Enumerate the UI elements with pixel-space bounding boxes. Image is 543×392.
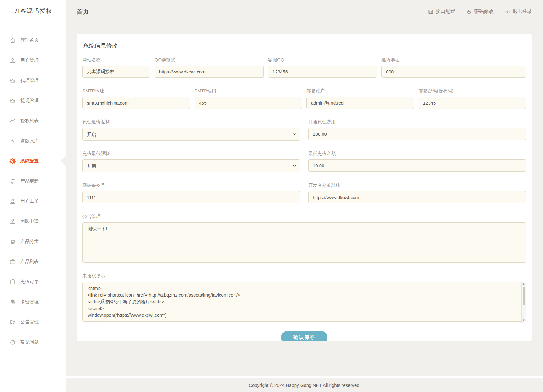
- copyright-text: Copyright © 2024.Happy Gong NET All righ…: [249, 383, 361, 388]
- sidebar-item-label: 充值订单: [20, 279, 39, 285]
- form-row-2: SMTP地址 SMTP端口 邮箱账户 邮箱密码(授权码): [82, 88, 526, 109]
- invite-address-input[interactable]: [381, 66, 526, 78]
- announcement-label: 公告管理: [82, 214, 526, 219]
- sidebar-item-label: 卡密管理: [20, 299, 39, 305]
- scroll-down-arrow[interactable]: ▼: [523, 318, 525, 323]
- field-invite-address: 邀请地址: [381, 57, 526, 78]
- smtp-port-input[interactable]: [195, 97, 302, 109]
- sidebar-item-user-tickets[interactable]: 用户工单: [0, 191, 66, 211]
- sidebar-item-label: 常见问题: [20, 339, 39, 345]
- form-row-3: 代理邀请返利 开启 开通代理费用: [82, 119, 526, 141]
- logout-icon: [505, 9, 510, 15]
- site-name-label: 网站名称: [82, 57, 150, 63]
- gear-icon: [9, 158, 16, 165]
- sidebar-item-label: 公告管理: [20, 319, 39, 325]
- textarea-scrollbar[interactable]: ▲ ▼: [521, 282, 526, 323]
- agent-invite-rebate-label: 代理邀请返利: [82, 119, 300, 125]
- recharge-min-limit-select[interactable]: 开启: [82, 159, 300, 172]
- sidebar-item-label: 代理管理: [20, 78, 39, 84]
- save-button[interactable]: 确认保存: [281, 331, 327, 341]
- announcement-textarea[interactable]: 测试一下!: [82, 222, 526, 263]
- crown-icon: [9, 97, 16, 104]
- email-password-label: 邮箱密码(授权码): [419, 88, 527, 94]
- sidebar-item-license-list[interactable]: 授权列表: [0, 111, 66, 131]
- field-site-name: 网站名称: [82, 57, 150, 78]
- activity-icon: [9, 137, 16, 144]
- unauthorized-tip-textarea[interactable]: <html> <link rel="shortcut icon" href="h…: [82, 282, 526, 322]
- trend-chart-icon: [9, 117, 16, 124]
- field-smtp-address: SMTP地址: [82, 88, 190, 109]
- field-smtp-port: SMTP端口: [195, 88, 302, 109]
- sidebar-item-label: 系统配置: [20, 158, 39, 164]
- unauthorized-tip-label: 未授权提示: [82, 273, 526, 279]
- app-logo: 刀客源码授权: [5, 0, 61, 22]
- developer-group-label: 开发者交流群聊: [308, 183, 526, 188]
- field-icp-number: 网站备案号: [82, 183, 300, 203]
- footer: Copyright © 2024.Happy Gong NET All righ…: [66, 378, 543, 392]
- user-icon: [9, 198, 16, 205]
- interface-config-button[interactable]: 接口配置: [428, 9, 455, 15]
- field-min-recharge-amount: 最低充值金额: [308, 151, 526, 172]
- crown-icon: [9, 77, 16, 84]
- form-row-4: 充值最低限制 开启 最低充值金额: [82, 151, 526, 172]
- change-password-button[interactable]: 密码修改: [466, 9, 494, 15]
- sidebar-item-label: 产品列表: [20, 259, 39, 265]
- field-service-qq: 客服QQ: [268, 57, 377, 78]
- qq-group-link-input[interactable]: [155, 66, 264, 78]
- agent-open-fee-input[interactable]: [308, 128, 526, 140]
- icp-number-input[interactable]: [82, 191, 300, 203]
- interface-config-icon: [428, 9, 434, 15]
- sidebar-item-product-list[interactable]: 产品列表: [0, 251, 66, 272]
- sidebar-item-faq[interactable]: 常见问题: [0, 332, 66, 352]
- sidebar-item-recharge-orders[interactable]: 充值订单: [0, 272, 66, 292]
- smtp-address-label: SMTP地址: [82, 88, 190, 94]
- field-email-account: 邮箱账户: [306, 88, 414, 109]
- scrollbar-thumb[interactable]: [523, 287, 525, 305]
- form-row-unauthorized: 未授权提示 <html> <link rel="shortcut icon" h…: [82, 273, 526, 323]
- page-title: 首页: [77, 8, 89, 16]
- topbar-actions: 接口配置 密码修改 退出登录: [428, 9, 532, 15]
- field-agent-open-fee: 开通代理费用: [308, 119, 526, 141]
- service-qq-input[interactable]: [268, 66, 377, 78]
- agent-invite-rebate-select[interactable]: 开启: [82, 128, 300, 141]
- scroll-up-arrow[interactable]: ▲: [523, 282, 525, 286]
- sidebar-item-admin-home[interactable]: 管理首页: [0, 30, 66, 50]
- active-item-notch: [60, 155, 66, 167]
- qq-group-link-label: QQ群链接: [155, 57, 264, 63]
- sidebar-item-label: 团队申请: [20, 219, 39, 224]
- field-announcement: 公告管理 测试一下!: [82, 214, 526, 263]
- form-row-announcement: 公告管理 测试一下!: [82, 214, 526, 263]
- sidebar-item-product-update[interactable]: 产品更新: [0, 171, 66, 191]
- min-recharge-amount-label: 最低充值金额: [308, 151, 526, 157]
- sidebar-item-piracy-intake[interactable]: 盗版入库: [0, 131, 66, 151]
- service-qq-label: 客服QQ: [268, 57, 377, 63]
- sidebar-item-agent-management[interactable]: 代理管理: [0, 70, 66, 91]
- card-title: 系统信息修改: [83, 42, 526, 50]
- sidebar-item-system-config[interactable]: 系统配置: [0, 151, 66, 171]
- agent-open-fee-label: 开通代理费用: [308, 119, 526, 125]
- sidebar-item-team-application[interactable]: 团队申请: [0, 211, 66, 231]
- user-icon: [9, 57, 16, 64]
- logout-label: 退出登录: [513, 9, 532, 15]
- stopwatch-icon: [9, 339, 16, 346]
- smtp-address-input[interactable]: [82, 97, 190, 109]
- clipboard-icon: [9, 278, 16, 285]
- sidebar-item-product-category[interactable]: 产品分类: [0, 231, 66, 251]
- field-agent-invite-rebate: 代理邀请返利 开启: [82, 119, 300, 141]
- site-name-input[interactable]: [82, 66, 150, 78]
- sidebar-item-label: 授权列表: [20, 118, 39, 124]
- sidebar-item-label: 产品分类: [20, 239, 39, 244]
- sidebar-item-card-key-management[interactable]: 卡密管理: [0, 292, 66, 312]
- logout-button[interactable]: 退出登录: [505, 9, 532, 15]
- save-row: 确认保存: [82, 330, 526, 341]
- cart-icon: [9, 238, 16, 245]
- email-account-input[interactable]: [306, 97, 414, 109]
- field-email-password: 邮箱密码(授权码): [419, 88, 527, 109]
- home-icon: [9, 37, 16, 44]
- sidebar-item-user-management[interactable]: 用户管理: [0, 50, 66, 70]
- sidebar-item-announcement-management[interactable]: 公告管理: [0, 312, 66, 332]
- min-recharge-amount-input[interactable]: [308, 159, 526, 172]
- developer-group-input[interactable]: [308, 191, 526, 203]
- email-password-input[interactable]: [419, 97, 527, 109]
- sidebar-item-withdraw-management[interactable]: 提现管理: [0, 91, 66, 111]
